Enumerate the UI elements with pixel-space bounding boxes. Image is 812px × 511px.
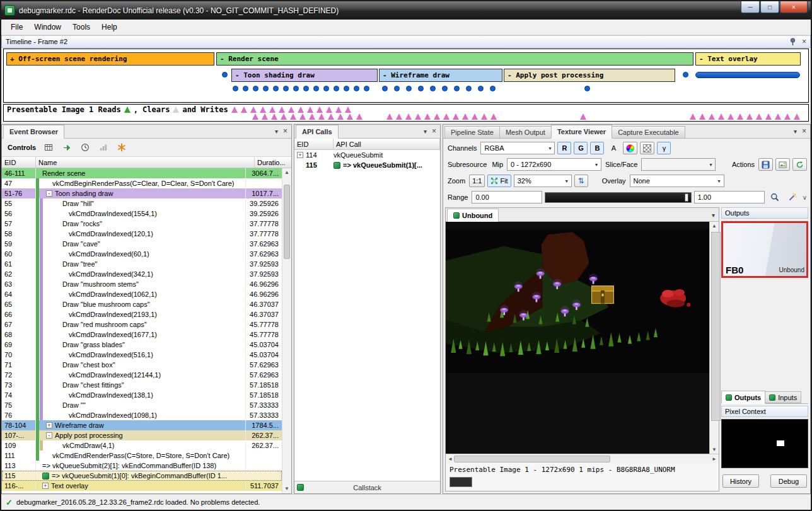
timeline-canvas[interactable]: + Off-screen scene rendering- Render sce… xyxy=(3,49,809,103)
scroll-left-icon[interactable]: ◄ xyxy=(448,456,453,462)
event-row[interactable]: 58vkCmdDrawIndexed(120,1)37.77778 xyxy=(2,229,282,239)
slice-face-combo[interactable]: ▾ xyxy=(641,158,716,171)
expand-icon[interactable]: + xyxy=(297,152,303,158)
range-min-input[interactable]: 0.00 xyxy=(472,191,542,204)
color-wheel-button[interactable] xyxy=(623,142,637,154)
timeline-event-dot[interactable] xyxy=(334,86,339,91)
collapse-icon[interactable]: - xyxy=(46,190,52,197)
scroll-up-icon[interactable]: ▲ xyxy=(710,223,719,229)
menu-tools[interactable]: Tools xyxy=(67,20,96,34)
tab-capture-executable[interactable]: Capture Executable xyxy=(612,126,685,138)
event-row[interactable]: 56vkCmdDrawIndexed(1554,1)39.25926 xyxy=(2,209,282,219)
timeline-event-dot[interactable] xyxy=(253,86,258,91)
pin-icon[interactable] xyxy=(789,38,796,45)
menu-window[interactable]: Window xyxy=(28,20,67,34)
alpha-channel-button[interactable]: A xyxy=(606,142,620,154)
event-row[interactable]: 62vkCmdDrawIndexed(342,1)37.92593 xyxy=(2,269,282,279)
range-slider-handle[interactable] xyxy=(685,193,688,202)
collapse-icon[interactable]: - xyxy=(46,432,52,439)
fb0-thumbnail[interactable]: FB0 Unbound xyxy=(721,221,808,278)
panel-menu-icon[interactable]: ▾ xyxy=(424,128,427,135)
event-row[interactable]: 59Draw "cave"37.62963 xyxy=(2,239,282,249)
timeline-event-dot[interactable] xyxy=(394,86,400,91)
event-row[interactable]: 60vkCmdDrawIndexed(60,1)37.62963 xyxy=(2,249,282,259)
timeline-event-dot[interactable] xyxy=(490,86,496,91)
timeline-event-dot[interactable] xyxy=(442,86,448,91)
event-row[interactable]: 76vkCmdDrawIndexed(1098,1)57.33333 xyxy=(2,410,282,420)
event-row[interactable]: 113=> vkQueueSubmit(2)[1]: vkEndCommandB… xyxy=(2,461,282,471)
tab-texture-viewer[interactable]: Texture Viewer xyxy=(551,125,612,139)
scrollbar-thumb[interactable] xyxy=(711,232,721,421)
blue-channel-button[interactable]: B xyxy=(590,142,604,154)
expand-icon[interactable]: + xyxy=(46,422,52,428)
timeline-event-dot[interactable] xyxy=(454,86,460,91)
expand-icon[interactable]: + xyxy=(42,483,49,489)
event-row[interactable]: 65Draw "blue mushroom caps"46.37037 xyxy=(2,299,282,309)
filter-options-button[interactable] xyxy=(115,141,129,154)
column-name[interactable]: Name xyxy=(36,157,255,168)
timeline-event-dot[interactable] xyxy=(418,86,424,91)
gamma-button[interactable]: γ xyxy=(657,142,671,154)
event-row[interactable]: 68vkCmdDrawIndexed(1677,1)45.77778 xyxy=(2,330,282,340)
api-call-row[interactable]: +114vkQueueSubmit xyxy=(294,150,440,160)
timeline-event-dot[interactable] xyxy=(222,72,228,78)
column-api-call[interactable]: API Call xyxy=(334,139,440,149)
panel-menu-icon[interactable]: ▾ xyxy=(275,128,278,135)
timeline-event-dot[interactable] xyxy=(466,86,472,91)
viewport-horizontal-scrollbar[interactable]: ◄ ► xyxy=(446,454,719,463)
event-row[interactable]: 72vkCmdDrawIndexed(12144,1)57.62963 xyxy=(2,370,282,380)
maximize-button[interactable]: □ xyxy=(760,1,779,13)
timeline-subsection[interactable]: - Wireframe draw xyxy=(379,69,502,82)
close-button[interactable]: × xyxy=(780,1,808,13)
overlay-combo[interactable]: None ▾ xyxy=(630,175,724,187)
event-row[interactable]: 109vkCmdDraw(4,1)262.37... xyxy=(2,440,282,451)
show-times-button[interactable] xyxy=(78,141,92,154)
timeline-subsection[interactable]: - Apply post processing xyxy=(504,69,675,82)
timeline-event-dot[interactable] xyxy=(683,72,688,78)
red-channel-button[interactable]: R xyxy=(557,142,571,154)
event-row[interactable]: 75Draw ""57.33333 xyxy=(2,400,282,410)
api-call-row[interactable]: 115=> vkQueueSubmit(1)[... xyxy=(294,160,440,170)
range-autofit-button[interactable] xyxy=(785,191,800,204)
range-max-input[interactable]: 1.00 xyxy=(694,191,765,204)
column-eid[interactable]: EID xyxy=(2,157,36,168)
save-texture-button[interactable] xyxy=(758,158,773,171)
event-row[interactable]: 70vkCmdDrawIndexed(516,1)45.03704 xyxy=(2,350,282,360)
refresh-button[interactable] xyxy=(792,158,807,171)
event-row[interactable]: 115=> vkQueueSubmit(1)[0]: vkBeginComman… xyxy=(2,471,282,481)
event-row[interactable]: 57Draw "rocks"37.77778 xyxy=(2,219,282,229)
tab-pipeline-state[interactable]: Pipeline State xyxy=(444,126,500,138)
timeline-event-dot[interactable] xyxy=(263,86,269,91)
event-row[interactable]: 55Draw "hill"39.25926 xyxy=(2,198,282,209)
callstack-section[interactable]: Callstack xyxy=(294,481,440,493)
event-row[interactable]: 78-104+Wireframe draw1784.5... xyxy=(2,420,282,430)
panel-menu-icon[interactable]: ▾ xyxy=(794,128,797,135)
event-row[interactable]: 63Draw "mushroom stems"46.96296 xyxy=(2,279,282,289)
texture-tab-unbound[interactable]: Unbound xyxy=(447,209,499,222)
event-row[interactable]: 73Draw "chest fittings"57.18518 xyxy=(2,380,282,390)
timeline-event-dot[interactable] xyxy=(273,86,279,91)
time-stats-button[interactable] xyxy=(96,141,110,154)
timeline-event-dot[interactable] xyxy=(478,86,484,91)
range-zoom-button[interactable] xyxy=(767,191,782,204)
event-row[interactable]: 46-111Render scene3064.7... xyxy=(2,168,282,178)
event-row[interactable]: 67Draw "red mushroom caps"45.77778 xyxy=(2,319,282,330)
menu-file[interactable]: File xyxy=(5,20,28,34)
event-row[interactable]: 111vkCmdEndRenderPass(C=Store, D=Store, … xyxy=(2,451,282,461)
event-row[interactable]: 61Draw "tree"37.92593 xyxy=(2,259,282,269)
zoom-combo[interactable]: 32% ▾ xyxy=(514,175,572,187)
timeline-event-dot[interactable] xyxy=(584,86,590,91)
timeline-section[interactable]: + Off-screen scene rendering xyxy=(6,52,214,66)
more-options-icon[interactable]: ∨ xyxy=(803,194,807,201)
viewport-vertical-scrollbar[interactable]: ▲ ▼ xyxy=(709,222,719,454)
scroll-right-icon[interactable]: ► xyxy=(712,456,717,462)
timeline-event-dot[interactable] xyxy=(283,86,289,91)
texture-viewport[interactable]: ▲ ▼ xyxy=(446,222,719,454)
texture-tab-menu-icon[interactable]: ▾ xyxy=(712,212,715,219)
column-eid[interactable]: EID xyxy=(294,139,334,149)
timeline-event-dot[interactable] xyxy=(406,86,412,91)
timeline-event-dot[interactable] xyxy=(430,86,436,91)
menu-help[interactable]: Help xyxy=(96,20,123,34)
scroll-down-icon[interactable]: ▼ xyxy=(710,447,719,452)
pixel-context-preview[interactable] xyxy=(721,419,808,468)
